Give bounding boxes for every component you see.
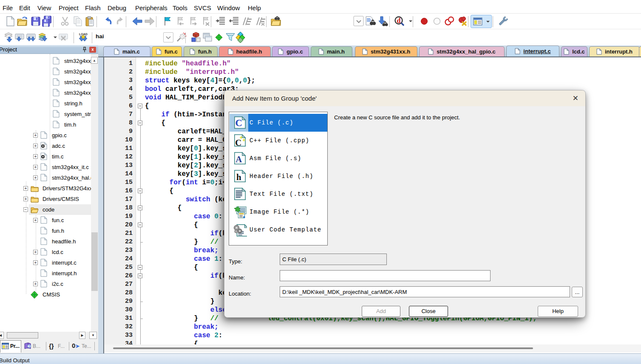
svg-text:h: h: [236, 172, 241, 182]
svg-text:C: C: [235, 118, 243, 128]
svg-text:d: d: [397, 17, 401, 24]
svg-text:?: ?: [28, 344, 30, 348]
svg-text:+: +: [242, 138, 246, 144]
svg-text:A: A: [235, 155, 242, 164]
